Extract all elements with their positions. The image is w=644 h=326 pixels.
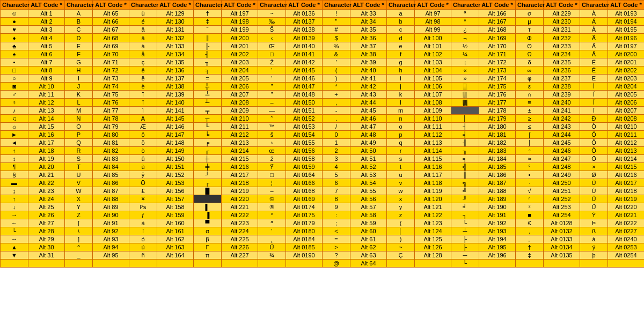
char-cell: ╢ bbox=[194, 50, 222, 58]
char-cell-ext: Î bbox=[580, 99, 608, 107]
char-cell: Œ bbox=[258, 42, 286, 50]
alt-code-cell-ext: Alt 128 bbox=[415, 251, 451, 260]
alt-code-cell-ext: Alt 253 bbox=[544, 203, 580, 211]
char-cell-ext: ⌡ bbox=[516, 139, 544, 147]
alt-code-cell: Alt 2 bbox=[28, 18, 65, 26]
char-cell: Ä bbox=[129, 115, 157, 123]
alt-code-cell-ext: Alt 54 bbox=[350, 179, 387, 187]
alt-code-cell: Alt 131 bbox=[157, 26, 194, 34]
char-cell-ext: # bbox=[323, 26, 350, 34]
char-cell-ext: À bbox=[580, 10, 608, 18]
char-cell: ¦ bbox=[258, 179, 286, 187]
alt-code-cell-ext: Alt 117 bbox=[415, 171, 451, 179]
alt-code-cell: Alt 91 bbox=[93, 219, 129, 227]
col-header-alt9: ALT Code * bbox=[544, 1, 580, 10]
alt-code-cell: Alt 150 bbox=[157, 155, 194, 163]
char-cell: = bbox=[194, 75, 222, 83]
alt-code-cell-ext: Alt 177 bbox=[479, 99, 516, 107]
alt-code-cell: Alt 82 bbox=[93, 147, 129, 155]
alt-code-cell: Alt 0146 bbox=[286, 75, 323, 83]
alt-code-cell: Alt 0184 bbox=[286, 235, 323, 243]
char-cell-ext: ╗ bbox=[451, 179, 479, 187]
alt-code-cell-ext: Alt 107 bbox=[415, 91, 451, 99]
char-cell: B bbox=[65, 18, 93, 26]
char-cell: └ bbox=[1, 227, 28, 235]
char-cell: I bbox=[65, 75, 93, 83]
char-cell bbox=[194, 260, 222, 268]
table-row: ↔Alt 29]Alt 93óAlt 162βAlt 225¸Alt 0184=… bbox=[1, 235, 645, 243]
alt-code-cell: Alt 130 bbox=[157, 18, 194, 26]
char-cell-ext: 5 bbox=[323, 171, 350, 179]
char-cell: F bbox=[65, 50, 93, 58]
char-cell: ê bbox=[129, 66, 157, 75]
char-cell-ext: + bbox=[323, 91, 350, 99]
col-header-alt2: ALT Code * bbox=[93, 1, 129, 10]
char-cell: ↓ bbox=[1, 203, 28, 211]
alt-code-cell: Alt 200 bbox=[222, 34, 258, 42]
alt-code-cell: Alt 23 bbox=[28, 187, 65, 195]
char-cell: ù bbox=[129, 10, 157, 18]
char-cell: £ bbox=[129, 187, 157, 195]
char-cell-ext: ( bbox=[387, 219, 415, 227]
char-cell-ext: ² bbox=[516, 203, 544, 211]
char-cell-ext: ├ bbox=[451, 235, 479, 243]
char-cell: ï bbox=[129, 91, 157, 99]
char-cell: P bbox=[65, 131, 93, 139]
char-cell-ext: μ bbox=[516, 18, 544, 26]
char-cell: ○ bbox=[1, 75, 28, 83]
alt-code-cell: Alt 78 bbox=[93, 115, 129, 123]
table-row: ↕Alt 19SAlt 83ûAlt 150╫Alt 215žAlt 01583… bbox=[1, 155, 645, 163]
alt-code-cell: Alt 164 bbox=[157, 251, 194, 260]
char-cell: œ bbox=[258, 147, 286, 155]
alt-code-cell: Alt 138 bbox=[157, 83, 194, 91]
table-row: ↑Alt 18RAlt 82òAlt 149╓Alt 214œAlt 01562… bbox=[1, 147, 645, 155]
col-header-alt10: ALT Code * bbox=[608, 1, 645, 10]
alt-code-cell: Alt 0145 bbox=[286, 66, 323, 75]
char-cell: Ö bbox=[129, 179, 157, 187]
char-cell-ext: ╖ bbox=[451, 147, 479, 155]
alt-code-cell: Alt 85 bbox=[93, 171, 129, 179]
char-cell: à bbox=[129, 42, 157, 50]
table-row: •Alt 7GAlt 71çAlt 135╖Alt 203ŽAlt 0142'A… bbox=[1, 58, 645, 66]
char-cell: è bbox=[129, 83, 157, 91]
alt-code-cell: Alt 0156 bbox=[286, 147, 323, 155]
table-row: ↨Alt 23WAlt 87£Alt 156█Alt 219–Alt 01687… bbox=[1, 187, 645, 195]
char-cell: ┘ bbox=[194, 171, 222, 179]
char-cell-ext: ╢ bbox=[451, 139, 479, 147]
char-cell: ☼ bbox=[1, 123, 28, 131]
alt-code-cell: Alt 71 bbox=[93, 58, 129, 66]
char-cell-ext: Ó bbox=[580, 131, 608, 139]
alt-code-cell: Alt 94 bbox=[93, 243, 129, 251]
char-cell: ↑ bbox=[1, 195, 28, 203]
alt-code-cell: Alt 21 bbox=[28, 171, 65, 179]
char-cell: ì bbox=[129, 107, 157, 115]
char-cell-ext: █ bbox=[451, 107, 479, 115]
char-cell-ext: , bbox=[323, 99, 350, 107]
char-cell: G bbox=[65, 58, 93, 66]
char-cell-ext: > bbox=[323, 243, 350, 251]
char-cell: ' bbox=[258, 75, 286, 83]
char-cell-ext: ÷ bbox=[516, 147, 544, 155]
char-cell-ext: ¿ bbox=[451, 26, 479, 34]
table-row: □Alt 8HAlt 72êAlt 136╕Alt 204'Alt 0145(A… bbox=[1, 66, 645, 75]
char-cell: ╟ bbox=[194, 42, 222, 50]
char-cell-ext: j bbox=[387, 83, 415, 91]
alt-code-cell: Alt 66 bbox=[93, 18, 129, 26]
alt-code-cell: Alt 79 bbox=[93, 123, 129, 131]
alt-code-cell: Alt 3 bbox=[28, 26, 65, 34]
alt-code-cell-ext: Alt 99 bbox=[415, 26, 451, 34]
char-cell: ▌ bbox=[194, 203, 222, 211]
alt-code-cell-ext: Alt 243 bbox=[544, 123, 580, 131]
char-cell-ext: g bbox=[387, 58, 415, 66]
char-cell: ◙ bbox=[1, 83, 28, 91]
alt-code-cell-ext: Alt 0217 bbox=[608, 179, 645, 187]
alt-code-cell-ext: Alt 116 bbox=[415, 163, 451, 171]
alt-code-cell-ext: Alt 126 bbox=[415, 243, 451, 251]
table-row: ◙Alt 10JAlt 74èAlt 138╬Alt 206"Alt 0147*… bbox=[1, 83, 645, 91]
char-cell-ext: t bbox=[387, 163, 415, 171]
char-cell-ext: Ä bbox=[580, 42, 608, 50]
alt-code-cell-ext: Alt 167 bbox=[479, 18, 516, 26]
char-cell-ext: Â bbox=[580, 26, 608, 34]
char-cell-ext: 8 bbox=[323, 195, 350, 203]
char-cell-ext: l bbox=[387, 99, 415, 107]
